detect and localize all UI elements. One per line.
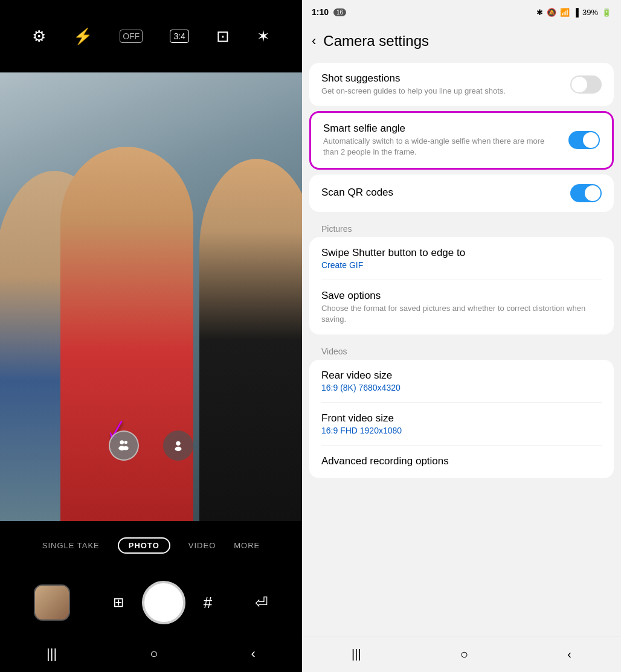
back-nav-settings[interactable]: ‹ <box>567 647 571 661</box>
save-options-row[interactable]: Save options Choose the format for saved… <box>309 280 614 334</box>
share-icon[interactable]: ⏎ <box>255 594 268 612</box>
rear-video-size-text: Rear video size 16:9 (8K) 7680x4320 <box>321 370 602 392</box>
camera-viewfinder: ↓ <box>0 72 302 521</box>
signal-icon: ▐ <box>573 8 579 17</box>
svg-point-5 <box>175 447 182 451</box>
camera-panel: ⚙ ⚡ OFF 3:4 ⊡ ✶ ↓ <box>0 0 302 672</box>
status-bar: 1:10 16 ✱ 🔕 📶 ▐ 39% 🔋 <box>302 0 621 24</box>
smart-selfie-card: Smart selfie angle Automatically switch … <box>309 111 614 169</box>
rear-video-size-title: Rear video size <box>321 370 594 382</box>
camera-mode-icons <box>0 430 302 461</box>
svg-point-4 <box>176 441 180 446</box>
battery-icon: 🔋 <box>602 8 611 17</box>
person-center-silhouette <box>60 147 193 521</box>
scan-qr-toggle[interactable] <box>570 184 602 202</box>
mute-icon: 🔕 <box>547 8 556 17</box>
back-button[interactable]: ‹ <box>312 33 316 49</box>
shot-suggestions-title: Shot suggestions <box>321 72 563 85</box>
recents-nav-settings[interactable]: ||| <box>352 647 361 661</box>
ratio-icon[interactable]: 3:4 <box>170 30 188 43</box>
shot-suggestions-toggle[interactable] <box>570 75 602 94</box>
scan-qr-title: Scan QR codes <box>321 187 563 199</box>
mode-single-take[interactable]: SINGLE TAKE <box>42 541 100 550</box>
camera-modes-bar: SINGLE TAKE PHOTO VIDEO MORE <box>0 521 302 569</box>
shutter-button[interactable] <box>142 581 185 624</box>
battery-text: 39% <box>582 8 598 17</box>
settings-nav-bar: ||| ○ ‹ <box>302 636 621 672</box>
hashtag-icon[interactable]: # <box>204 594 212 612</box>
shot-suggestions-row[interactable]: Shot suggestions Get on-screen guides to… <box>309 63 614 106</box>
front-video-size-title: Front video size <box>321 412 594 424</box>
advanced-recording-row[interactable]: Advanced recording options <box>309 446 614 478</box>
scan-qr-text: Scan QR codes <box>321 187 570 200</box>
single-mode-icon[interactable] <box>163 430 193 461</box>
camera-nav-bar: ||| ○ ‹ <box>0 636 302 672</box>
rear-video-size-row[interactable]: Rear video size 16:9 (8K) 7680x4320 <box>309 360 614 402</box>
recents-nav[interactable]: ||| <box>47 646 57 662</box>
home-nav-settings[interactable]: ○ <box>460 647 468 662</box>
front-video-size-value: 16:9 FHD 1920x1080 <box>321 426 594 435</box>
mode-more[interactable]: MORE <box>234 541 260 550</box>
settings-icon[interactable]: ⚙ <box>32 27 46 46</box>
motion-icon[interactable]: ⊡ <box>216 27 230 46</box>
advanced-recording-title: Advanced recording options <box>321 455 594 467</box>
smart-selfie-row[interactable]: Smart selfie angle Automatically switch … <box>311 113 612 167</box>
wifi-icon: 📶 <box>560 8 570 17</box>
videos-section-label: Videos <box>309 339 614 360</box>
settings-content: Shot suggestions Get on-screen guides to… <box>302 58 621 636</box>
settings-page-title: Camera settings <box>323 33 429 50</box>
person-right-silhouette <box>199 159 302 521</box>
rear-video-size-value: 16:9 (8K) 7680x4320 <box>321 383 594 392</box>
pictures-section-label: Pictures <box>309 217 614 237</box>
quick-crop-icon[interactable]: ⊞ <box>113 595 124 610</box>
settings-panel: 1:10 16 ✱ 🔕 📶 ▐ 39% 🔋 ‹ Camera settings … <box>302 0 621 672</box>
advanced-recording-text: Advanced recording options <box>321 455 602 469</box>
gallery-thumbnail[interactable] <box>34 584 70 621</box>
settings-header: ‹ Camera settings <box>302 24 621 58</box>
front-video-size-text: Front video size 16:9 FHD 1920x1080 <box>321 412 602 435</box>
timer-icon[interactable]: OFF <box>120 30 143 43</box>
svg-point-3 <box>123 446 129 450</box>
svg-point-0 <box>120 440 124 444</box>
swipe-shutter-value[interactable]: Create GIF <box>321 260 594 270</box>
viewfinder-background: ↓ <box>0 72 302 521</box>
smart-selfie-text: Smart selfie angle Automatically switch … <box>323 123 568 158</box>
smart-selfie-desc: Automatically switch to a wide-angle sel… <box>323 136 561 158</box>
swipe-shutter-title: Swipe Shutter button to edge to <box>321 247 594 259</box>
camera-top-bar: ⚙ ⚡ OFF 3:4 ⊡ ✶ <box>0 0 302 72</box>
swipe-shutter-text: Swipe Shutter button to edge to Create G… <box>321 247 602 270</box>
save-options-title: Save options <box>321 290 594 302</box>
status-icons: ✱ 🔕 📶 ▐ 39% 🔋 <box>536 8 611 17</box>
smart-selfie-title: Smart selfie angle <box>323 123 561 135</box>
shot-suggestions-text: Shot suggestions Get on-screen guides to… <box>321 72 570 97</box>
bluetooth-icon: ✱ <box>536 8 543 17</box>
bokeh-icon[interactable]: ✶ <box>257 27 270 46</box>
group-mode-icon[interactable] <box>109 430 139 461</box>
front-video-size-row[interactable]: Front video size 16:9 FHD 1920x1080 <box>309 403 614 445</box>
home-nav[interactable]: ○ <box>150 646 158 662</box>
back-nav[interactable]: ‹ <box>251 646 256 662</box>
pictures-card: Swipe Shutter button to edge to Create G… <box>309 237 614 334</box>
svg-point-1 <box>124 441 127 444</box>
mode-video[interactable]: VIDEO <box>188 541 216 550</box>
save-options-text: Save options Choose the format for saved… <box>321 290 602 325</box>
status-time: 1:10 <box>312 7 329 17</box>
camera-bottom-bar: ⊞ # ⏎ <box>0 569 302 636</box>
swipe-shutter-row[interactable]: Swipe Shutter button to edge to Create G… <box>309 237 614 280</box>
flash-icon[interactable]: ⚡ <box>73 27 92 46</box>
scan-qr-card: Scan QR codes <box>309 174 614 212</box>
mode-photo[interactable]: PHOTO <box>118 537 170 554</box>
videos-card: Rear video size 16:9 (8K) 7680x4320 Fron… <box>309 360 614 478</box>
notification-badge: 16 <box>333 8 346 16</box>
shot-suggestions-card: Shot suggestions Get on-screen guides to… <box>309 63 614 106</box>
save-options-desc: Choose the format for saved pictures and… <box>321 303 594 325</box>
shot-suggestions-desc: Get on-screen guides to help you line up… <box>321 86 563 97</box>
scan-qr-row[interactable]: Scan QR codes <box>309 174 614 212</box>
smart-selfie-toggle[interactable] <box>568 131 600 149</box>
